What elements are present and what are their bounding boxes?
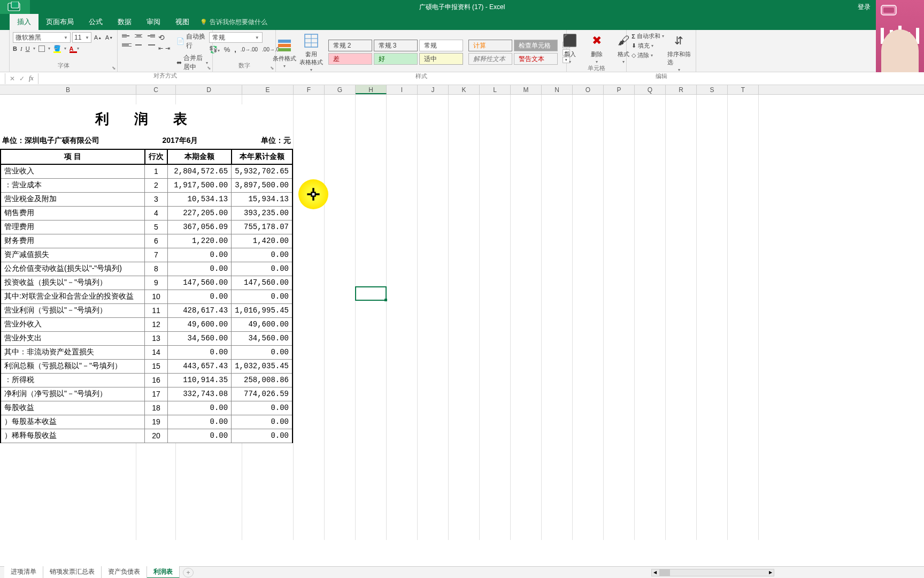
menu-bar: 插入 页面布局 公式 数据 审阅 视图 告诉我你想要做什么 <box>0 14 924 30</box>
tab-data[interactable]: 数据 <box>110 14 139 30</box>
col-header-P[interactable]: P <box>604 85 635 94</box>
insert-cells-button[interactable]: ⬛插入▾ <box>558 32 582 64</box>
tab-insert[interactable]: 插入 <box>10 14 38 30</box>
table-row[interactable]: 每股收益180.000.00 <box>1 401 292 415</box>
delete-cells-button[interactable]: ✖删除▾ <box>585 32 609 64</box>
tab-formulas[interactable]: 公式 <box>81 14 110 30</box>
col-header-G[interactable]: G <box>325 85 356 94</box>
font-dialog-launcher[interactable]: ⬊ <box>112 65 116 71</box>
selected-cell[interactable] <box>355 286 387 301</box>
col-header-L[interactable]: L <box>480 85 511 94</box>
align-buttons[interactable] <box>122 32 155 49</box>
italic-button[interactable]: I <box>20 45 22 52</box>
col-header-H[interactable]: H <box>356 85 387 94</box>
table-row[interactable]: 营业外支出1334,560.0034,560.00 <box>1 331 292 345</box>
bold-button[interactable]: B <box>13 45 17 52</box>
login-link[interactable]: 登录 <box>858 3 871 12</box>
percent-button[interactable]: % <box>224 45 230 54</box>
table-row[interactable]: ：营业成本21,917,500.003,897,500.00 <box>1 178 292 192</box>
increase-font-icon[interactable]: A▲ <box>93 33 103 42</box>
col-header-F[interactable]: F <box>294 85 325 94</box>
col-header-D[interactable]: D <box>176 85 242 94</box>
table-row[interactable]: 公允价值变动收益(损失以"-"号填列)80.000.00 <box>1 262 292 276</box>
decrease-indent-button[interactable]: ⇤ <box>158 45 163 52</box>
col-header-T[interactable]: T <box>728 85 759 94</box>
worksheet-area[interactable]: 利 润 表 单位：深圳电子广硕有限公司 2017年6月 单位：元 项 目 行次 … <box>0 95 924 540</box>
col-header-R[interactable]: R <box>666 85 697 94</box>
merge-center-button[interactable]: ⬌合并后居中▾ <box>176 54 208 72</box>
tab-review[interactable]: 审阅 <box>139 14 168 30</box>
svg-rect-3 <box>278 44 291 47</box>
col-header-S[interactable]: S <box>697 85 728 94</box>
enter-icon[interactable]: ✓ <box>19 75 25 82</box>
wrap-text-button[interactable]: 📄自动换行 <box>176 32 208 50</box>
cell-styles-gallery[interactable]: 常规 2 常规 3 常规 差 好 适中 <box>328 40 463 65</box>
cell-styles-gallery-2[interactable]: 计算 检查单元格 解释性文本 警告文本 <box>468 40 558 65</box>
table-row[interactable]: 营业利润（亏损以"－"号填列）11428,617.431,016,995.45 <box>1 303 292 317</box>
table-row[interactable]: 财务费用61,220.001,420.00 <box>1 234 292 248</box>
sheet-tab[interactable]: 利润表 <box>147 566 180 578</box>
tab-view[interactable]: 视图 <box>168 14 197 30</box>
th-current: 本期金额 <box>167 149 231 164</box>
table-row[interactable]: ）每股基本收益190.000.00 <box>1 415 292 429</box>
table-row[interactable]: 利润总额（亏损总额以"－"号填列）15443,657.431,032,035.4… <box>1 359 292 373</box>
col-header-Q[interactable]: Q <box>635 85 666 94</box>
scroll-left-icon[interactable]: ◀ <box>652 569 658 576</box>
fill-button[interactable]: ⬇ 填充 ▾ <box>632 42 664 50</box>
tab-page-layout[interactable]: 页面布局 <box>38 14 81 30</box>
col-header-M[interactable]: M <box>511 85 542 94</box>
col-header-C[interactable]: C <box>136 85 176 94</box>
col-header-J[interactable]: J <box>418 85 449 94</box>
increase-indent-button[interactable]: ⇥ <box>165 45 170 52</box>
table-row[interactable]: 管理费用5367,056.09755,178.07 <box>1 220 292 234</box>
col-header-N[interactable]: N <box>542 85 573 94</box>
decrease-font-icon[interactable]: A▼ <box>104 33 114 42</box>
font-color-button[interactable]: A <box>70 45 74 52</box>
table-row[interactable]: 营业外收入1249,600.0049,600.00 <box>1 317 292 331</box>
table-row[interactable]: 净利润（净亏损以"－"号填列）17332,743.08774,026.59 <box>1 387 292 401</box>
alignment-dialog-launcher[interactable]: ⬊ <box>207 65 211 71</box>
table-row[interactable]: 投资收益（损失以"－"号填列）9147,560.00147,560.00 <box>1 276 292 290</box>
name-box[interactable] <box>0 73 5 84</box>
comma-button[interactable]: , <box>234 45 236 54</box>
window-title: 广硕电子申报资料 (17) - Excel <box>419 3 505 12</box>
border-button[interactable] <box>38 45 45 52</box>
font-size-select[interactable]: 11▼ <box>72 32 91 43</box>
font-name-select[interactable]: 微软雅黑▼ <box>13 32 71 43</box>
sheet-tab[interactable]: 进项清单 <box>4 566 43 578</box>
col-header-O[interactable]: O <box>573 85 604 94</box>
table-row[interactable]: 营业税金及附加310,534.1315,934.13 <box>1 192 292 206</box>
table-row[interactable]: 资产减值损失70.000.00 <box>1 248 292 262</box>
sheet-tab[interactable]: 销项发票汇总表 <box>43 566 102 578</box>
tell-me[interactable]: 告诉我你想要做什么 <box>200 18 267 27</box>
cancel-icon[interactable]: ✕ <box>10 75 15 82</box>
table-row[interactable]: 其中:对联营企业和合营企业的投资收益100.000.00 <box>1 290 292 303</box>
underline-button[interactable]: U <box>26 45 30 52</box>
table-format-button[interactable]: 套用 表格格式▾ <box>299 32 323 72</box>
table-row[interactable]: ：所得税16110,914.35258,008.86 <box>1 373 292 387</box>
horizontal-scrollbar[interactable]: ◀ ▶ <box>651 569 774 576</box>
scroll-thumb[interactable] <box>659 569 670 576</box>
sheet-tab[interactable]: 资产负债表 <box>102 566 147 578</box>
fill-color-button[interactable]: 🪣 <box>53 45 61 52</box>
autosum-button[interactable]: Σ 自动求和 ▾ <box>632 32 664 40</box>
table-row[interactable]: ）稀释每股收益200.000.00 <box>1 429 292 443</box>
clear-button[interactable]: ◇ 清除 ▾ <box>632 51 664 59</box>
conditional-format-button[interactable]: 条件格式▾ <box>273 36 296 69</box>
col-header-K[interactable]: K <box>449 85 480 94</box>
col-header-I[interactable]: I <box>387 85 418 94</box>
fx-icon[interactable]: fx <box>29 74 34 82</box>
column-headers[interactable]: BCDEFGHIJKLMNOPQRST <box>0 85 924 95</box>
table-row[interactable]: 其中：非流动资产处置损失140.000.00 <box>1 345 292 359</box>
scroll-right-icon[interactable]: ▶ <box>767 569 774 576</box>
col-header-E[interactable]: E <box>242 85 294 94</box>
sort-filter-button[interactable]: ⇵排序和筛选▾ <box>667 32 691 72</box>
table-row[interactable]: 销售费用4227,205.00393,235.00 <box>1 206 292 220</box>
col-header-B[interactable]: B <box>0 85 136 94</box>
increase-decimal-button[interactable]: .0→.00 <box>241 47 258 52</box>
accounting-format-button[interactable]: 💱▾ <box>209 45 220 54</box>
orientation-button[interactable]: ⟲ <box>158 33 170 42</box>
add-sheet-button[interactable]: + <box>183 568 194 577</box>
table-row[interactable]: 营业收入12,804,572.655,932,702.65 <box>1 164 292 178</box>
number-format-select[interactable]: 常规▼ <box>209 32 263 43</box>
